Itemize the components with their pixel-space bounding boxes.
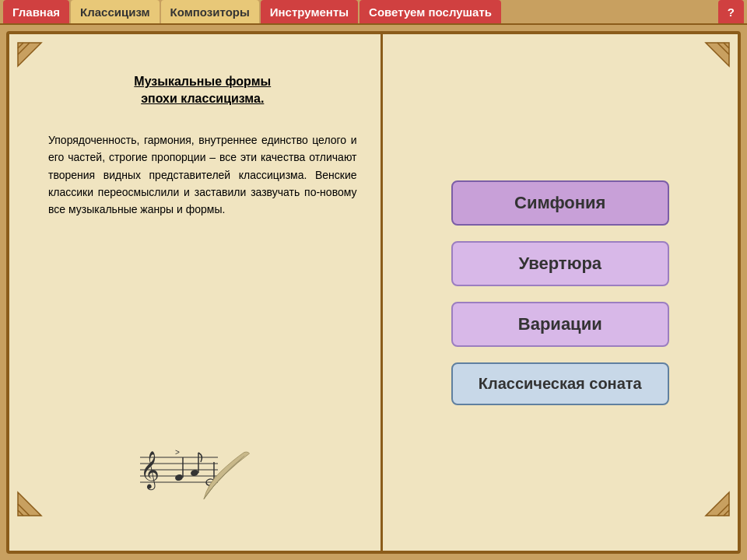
- right-page: Симфония Увертюра Вариации Классическая …: [383, 34, 738, 551]
- nav-listen-label: Советуем послушать: [369, 5, 492, 19]
- nav-composers-label: Композиторы: [170, 5, 250, 19]
- corner-decoration-br: [702, 488, 733, 520]
- nav-classicism-label: Классицизм: [80, 5, 150, 19]
- nav-help-label: ?: [728, 5, 735, 19]
- nav-item-help[interactable]: ?: [718, 0, 744, 23]
- button-sonata[interactable]: Классическая соната: [451, 362, 669, 405]
- nav-item-home[interactable]: Главная: [3, 0, 69, 23]
- button-uvertura[interactable]: Увертюра: [451, 241, 669, 286]
- button-sinfonia[interactable]: Симфония: [451, 180, 669, 226]
- corner-decoration-bl: [14, 488, 45, 520]
- svg-marker-3: [706, 43, 729, 66]
- book-frame: Музыкальные формыэпохи классицизма. Упор…: [6, 31, 741, 554]
- nav-instruments-label: Инструменты: [270, 5, 349, 19]
- svg-text:𝄞: 𝄞: [140, 451, 160, 491]
- nav-item-composers[interactable]: Композиторы: [161, 0, 259, 23]
- nav-item-listen[interactable]: Советуем послушать: [359, 0, 501, 23]
- left-page: Музыкальные формыэпохи классицизма. Упор…: [9, 34, 383, 551]
- main-container: Музыкальные формыэпохи классицизма. Упор…: [0, 25, 747, 560]
- svg-marker-0: [18, 43, 41, 66]
- nav-item-classicism[interactable]: Классицизм: [71, 0, 160, 23]
- corner-decoration-tl: [14, 39, 45, 70]
- svg-marker-9: [706, 492, 729, 516]
- nav-home-label: Главная: [12, 5, 60, 19]
- navigation-bar: Главная Классицизм Композиторы Инструмен…: [0, 0, 747, 25]
- music-notation: 𝄞 >: [132, 434, 257, 512]
- page-title: Музыкальные формыэпохи классицизма.: [48, 73, 357, 108]
- svg-text:>: >: [175, 448, 180, 457]
- svg-point-18: [174, 474, 184, 481]
- page-text: Упорядоченность, гармония, внутреннее ед…: [48, 131, 357, 219]
- nav-item-instruments[interactable]: Инструменты: [261, 0, 358, 23]
- button-variations[interactable]: Вариации: [451, 302, 669, 347]
- svg-marker-6: [18, 492, 41, 516]
- corner-decoration-tr: [702, 39, 733, 70]
